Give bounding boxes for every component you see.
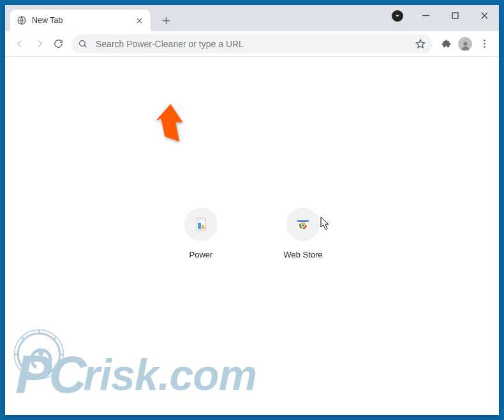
new-tab-page: Power Web Store — [5, 57, 499, 415]
kebab-icon — [479, 38, 490, 49]
shortcuts-row: Power Web Store — [165, 208, 339, 259]
svg-point-5 — [484, 43, 485, 45]
puzzle-icon — [441, 38, 452, 49]
shortcut-label: Power — [189, 250, 213, 259]
arrow-right-icon — [34, 38, 45, 49]
toolbar: Search Power-Cleaner or type a URL — [5, 31, 499, 57]
toolbar-right — [436, 34, 494, 54]
new-tab-button[interactable] — [157, 11, 175, 29]
tab-strip: New Tab — [5, 5, 499, 31]
shortcut-icon — [286, 208, 320, 241]
globe-icon — [17, 15, 27, 25]
media-control-button[interactable] — [392, 10, 403, 22]
svg-point-2 — [80, 40, 85, 46]
maximize-icon — [452, 12, 459, 19]
back-button[interactable] — [10, 34, 29, 54]
minimize-icon — [422, 12, 429, 19]
close-tab-button[interactable] — [134, 15, 144, 25]
address-bar[interactable]: Search Power-Cleaner or type a URL — [71, 34, 433, 54]
forward-button[interactable] — [29, 34, 48, 54]
menu-button[interactable] — [475, 34, 494, 54]
reload-button[interactable] — [48, 34, 68, 54]
maximize-button[interactable] — [440, 5, 470, 25]
shortcut-label: Web Store — [283, 250, 322, 259]
arrow-annotation — [147, 103, 191, 148]
chevron-down-icon — [395, 13, 400, 18]
svg-rect-9 — [202, 225, 204, 229]
browser-window: New Tab — [5, 5, 499, 415]
star-icon — [415, 38, 426, 50]
shortcut-power[interactable]: Power — [165, 208, 237, 259]
extensions-button[interactable] — [436, 34, 456, 54]
arrow-left-icon — [15, 38, 26, 49]
minimize-button[interactable] — [411, 5, 440, 25]
svg-rect-1 — [452, 13, 458, 18]
address-bar-placeholder: Search Power-Cleaner or type a URL — [96, 39, 415, 49]
svg-point-6 — [484, 46, 485, 48]
search-icon — [78, 39, 88, 49]
tab-title: New Tab — [32, 16, 134, 25]
reload-icon — [53, 38, 64, 49]
svg-rect-10 — [205, 226, 205, 229]
person-icon — [458, 37, 472, 51]
shortcut-icon — [184, 208, 218, 241]
close-icon — [481, 12, 488, 19]
svg-point-3 — [463, 41, 467, 45]
shortcut-web-store[interactable]: Web Store — [267, 208, 339, 259]
profile-button[interactable] — [456, 34, 475, 54]
svg-point-4 — [484, 40, 485, 41]
tab-new-tab[interactable]: New Tab — [10, 10, 151, 31]
close-icon — [137, 18, 142, 24]
plus-icon — [162, 17, 170, 25]
close-window-button[interactable] — [470, 5, 499, 25]
bookmark-button[interactable] — [415, 38, 426, 50]
svg-rect-8 — [198, 223, 201, 229]
window-controls — [411, 5, 499, 25]
